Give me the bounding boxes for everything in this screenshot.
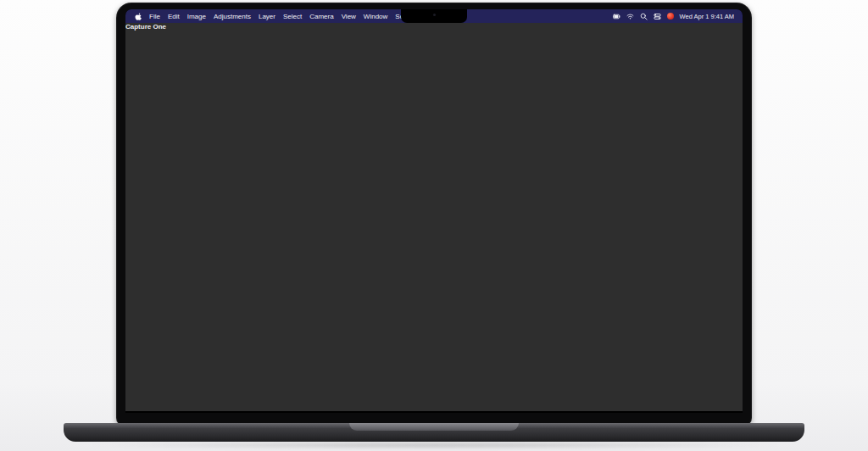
menu-item-adjustments[interactable]: Adjustments [214, 13, 251, 20]
menu-item-camera[interactable]: Camera [309, 13, 333, 20]
wifi-icon[interactable] [626, 13, 634, 20]
macbook-screen: Capture One File Edit Image Adjustments … [116, 3, 752, 426]
camera-icon [433, 14, 436, 16]
menu-item-edit[interactable]: Edit [168, 13, 180, 20]
menu-item-layer[interactable]: Layer [259, 13, 275, 20]
laptop-shadow [76, 442, 793, 448]
menu-item-view[interactable]: View [342, 13, 356, 20]
display-notch [401, 9, 467, 23]
page: Capture One File Edit Image Adjustments … [0, 0, 868, 451]
menu-item-window[interactable]: Window [364, 13, 387, 20]
apple-logo-icon[interactable] [134, 12, 142, 21]
macbook-lid-notch [349, 423, 519, 431]
menu-item-image[interactable]: Image [187, 13, 206, 20]
menu-bar-app-icon[interactable] [667, 13, 674, 19]
menu-item-file[interactable]: File [149, 13, 160, 20]
display: Capture One File Edit Image Adjustments … [125, 9, 743, 413]
menu-bar-clock[interactable]: Wed Apr 1 9:41 AM [680, 13, 734, 20]
control-center-icon[interactable] [654, 13, 661, 20]
battery-icon[interactable] [613, 13, 620, 20]
spotlight-search-icon[interactable] [640, 13, 648, 20]
macbook-base [64, 423, 804, 442]
menu-item-capture-one[interactable]: Capture One [125, 23, 743, 411]
menu-item-select[interactable]: Select [283, 13, 302, 20]
